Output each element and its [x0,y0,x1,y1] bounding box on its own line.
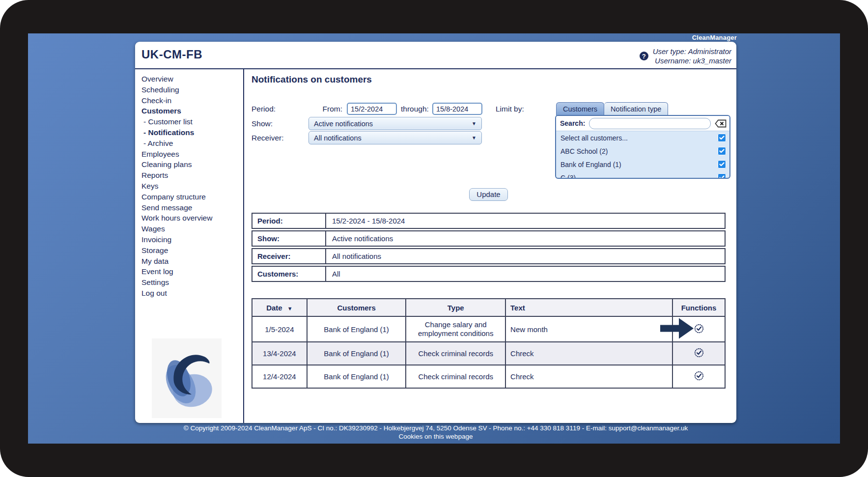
sidebar-item-notifications[interactable]: - Notifications [141,127,243,138]
sidebar-item-scheduling[interactable]: Scheduling [141,84,243,95]
sidebar-item-wages[interactable]: Wages [141,224,243,234]
sidebar-item-check-in[interactable]: Check-in [141,95,243,106]
filter-form: Period: From: through: Show: Active noti… [252,90,727,188]
customers-filter-panel: Search: Select all cust [555,115,730,179]
sidebar-item-event-log[interactable]: Event log [141,266,243,277]
section-title: Notifications on customers [252,74,727,85]
clear-search-icon[interactable] [715,119,727,128]
cell-type: Change salary and employment conditions [406,316,505,342]
user-type-text: User type: Administrator [653,47,731,56]
panel-body: Overview Scheduling Check-in Customers -… [135,69,736,423]
summary-row-period: Period: 15/2-2024 - 15/8-2024 [252,213,726,229]
chevron-down-icon: ▼ [472,121,476,126]
sidebar-item-overview[interactable]: Overview [141,74,243,84]
table-row: 13/4-2024 Bank of England (1) Check crim… [252,342,725,365]
footer: © Copyright 2009-2024 CleanManager ApS -… [135,424,736,441]
customer-option-row: C (3) [556,171,729,179]
cell-customers: Bank of England (1) [307,316,406,342]
sidebar-item-log-out[interactable]: Log out [141,288,243,299]
sidebar-item-storage[interactable]: Storage [141,245,243,256]
app-panel: UK-CM-FB ? User type: Administrator User… [135,42,736,423]
cell-functions [672,365,725,388]
through-label: through: [401,105,429,113]
summary-row-receiver: Receiver: All notifications [252,248,726,264]
option-label: Bank of England (1) [560,161,718,168]
summary-row-show: Show: Active notifications [252,230,726,247]
user-lines: User type: Administrator Username: uk3_m… [653,47,731,65]
cell-text: Chreck [505,342,672,365]
cell-type: Check criminal records [406,365,505,388]
cell-date: 12/4-2024 [252,365,307,388]
sidebar-item-company-structure[interactable]: Company structure [141,192,243,202]
sidebar: Overview Scheduling Check-in Customers -… [135,69,244,423]
sidebar-item-keys[interactable]: Keys [141,181,243,192]
sidebar-item-work-hours-overview[interactable]: Work hours overview [141,213,243,224]
option-label: ABC School (2) [560,147,718,155]
complete-check-icon[interactable] [694,324,704,334]
username-text: Username: uk3_master [653,56,731,65]
customer-option-row: Select all customers... [556,131,729,144]
sidebar-item-customer-list[interactable]: - Customer list [141,116,243,127]
panel-header: UK-CM-FB ? User type: Administrator User… [135,42,736,69]
page-title: UK-CM-FB [141,48,202,61]
tab-notification-type[interactable]: Notification type [604,102,668,115]
complete-check-icon[interactable] [694,348,704,358]
cell-date: 1/5-2024 [252,316,307,342]
sidebar-item-customers[interactable]: Customers [141,106,243,116]
summary-table: Period: 15/2-2024 - 15/8-2024 Show: Acti… [252,213,726,282]
complete-check-icon[interactable] [694,371,704,381]
sidebar-item-employees[interactable]: Employees [141,149,243,160]
limit-by-label: Limit by: [496,105,524,113]
notifications-table: Date▼ Customers Type Text Functions 1/5-… [252,298,726,389]
show-dropdown[interactable]: Active notifications ▼ [308,117,482,130]
summary-row-customers: Customers: All [252,266,726,282]
search-input[interactable] [589,118,711,129]
through-date-input[interactable] [432,103,482,115]
main-content: Notifications on customers Period: From:… [244,69,736,423]
cell-date: 13/4-2024 [252,342,307,365]
sidebar-item-reports[interactable]: Reports [141,170,243,181]
summary-label: Customers: [252,267,326,281]
tab-customers[interactable]: Customers [556,102,604,115]
from-label: From: [298,105,342,113]
checkbox-checked-icon[interactable] [718,134,726,142]
summary-value: 15/2-2024 - 15/8-2024 [326,214,405,228]
from-date-input[interactable] [347,103,397,115]
option-label: Select all customers... [560,134,718,142]
cell-text: Chreck [505,365,672,388]
sidebar-item-my-data[interactable]: My data [141,256,243,267]
cell-type: Check criminal records [406,342,505,365]
checkbox-checked-icon[interactable] [718,160,726,168]
col-header-text: Text [505,299,672,316]
receiver-dropdown[interactable]: All notifications ▼ [308,131,482,144]
customer-option-row: ABC School (2) [556,144,729,158]
col-header-date[interactable]: Date▼ [252,299,307,316]
receiver-dropdown-value: All notifications [314,134,472,142]
browser-viewport: CleanManager UK-CM-FB ? User type: Admin… [28,33,840,444]
summary-label: Receiver: [252,249,326,263]
summary-value: Active notifications [326,231,393,246]
help-icon[interactable]: ? [640,52,648,60]
swirl-logo-icon [157,344,216,413]
update-row: Update [252,188,726,201]
cell-customers: Bank of England (1) [307,365,406,388]
cleanmanager-brand-label: CleanManager [28,34,737,41]
customer-option-row: Bank of England (1) [556,158,729,171]
update-button[interactable]: Update [469,188,507,201]
sidebar-item-settings[interactable]: Settings [141,277,243,288]
sidebar-item-invoicing[interactable]: Invoicing [141,234,243,245]
sidebar-item-archive[interactable]: - Archive [141,138,243,149]
screenshot-canvas: CleanManager UK-CM-FB ? User type: Admin… [0,0,868,477]
col-header-type: Type [406,299,505,316]
cookies-link[interactable]: Cookies on this webpage [135,432,736,441]
cell-customers: Bank of England (1) [307,342,406,365]
sidebar-item-cleaning-plans[interactable]: Cleaning plans [141,159,243,170]
checkbox-checked-icon[interactable] [718,173,726,179]
sidebar-item-send-message[interactable]: Send message [141,202,243,213]
limit-tabs: Customers Notification type [556,102,668,115]
cell-text: New month [505,316,672,342]
cleanmanager-logo [152,338,222,418]
sort-desc-icon[interactable]: ▼ [287,306,293,311]
checkbox-checked-icon[interactable] [718,147,726,155]
summary-value: All notifications [326,249,381,263]
